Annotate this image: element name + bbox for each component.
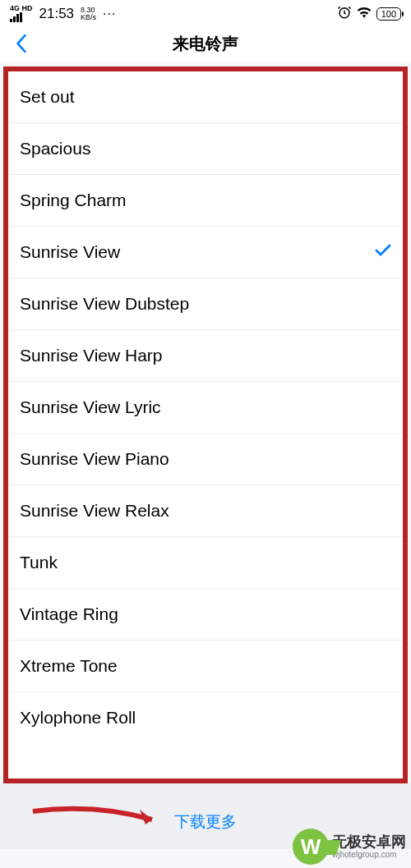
status-right: 100 [337, 5, 401, 22]
battery-indicator: 100 [376, 7, 401, 21]
watermark-text: 无极安卓网 wjhotelgroup.com [332, 834, 406, 860]
list-item[interactable]: Tunk [8, 537, 403, 589]
back-button[interactable] [10, 32, 33, 55]
status-left: 4G HD 21:53 8.30 KB/s ··· [10, 5, 116, 22]
list-item[interactable]: Vintage Ring [8, 589, 403, 641]
ringtone-list[interactable]: Set outSpaciousSpring CharmSunrise ViewS… [8, 71, 403, 743]
list-item[interactable]: Set out [8, 71, 403, 123]
ringtone-label: Sunrise View Lyric [20, 397, 161, 417]
ringtone-label: Spacious [20, 139, 90, 158]
ringtone-label: Vintage Ring [20, 604, 118, 624]
list-item[interactable]: Sunrise View Harp [8, 330, 403, 382]
status-time: 21:53 [39, 6, 75, 22]
menu-dots-icon: ··· [103, 7, 116, 21]
ringtone-label: Sunrise View [20, 242, 120, 262]
list-item[interactable]: Sunrise View Piano [8, 434, 403, 485]
wifi-icon [357, 7, 372, 21]
watermark: W 无极安卓网 wjhotelgroup.com [293, 829, 406, 865]
list-item[interactable]: Spring Charm [8, 175, 403, 227]
signal-label: 4G HD [10, 5, 33, 12]
list-item[interactable]: Sunrise View [8, 227, 403, 278]
ringtone-label: Xylophone Roll [20, 708, 136, 728]
list-item[interactable]: Sunrise View Relax [8, 485, 403, 537]
chevron-left-icon [16, 34, 27, 53]
ringtone-label: Xtreme Tone [20, 656, 118, 676]
list-item[interactable]: Xtreme Tone [8, 641, 403, 692]
ringtone-label: Sunrise View Piano [20, 449, 169, 469]
status-bar: 4G HD 21:53 8.30 KB/s ··· 100 [0, 0, 411, 24]
annotation-arrow [29, 795, 169, 838]
list-item[interactable]: Sunrise View Dubstep [8, 278, 403, 330]
battery-level: 100 [381, 9, 396, 19]
watermark-sub: wjhotelgroup.com [332, 850, 406, 859]
check-icon [375, 244, 391, 260]
watermark-logo-letter: W [301, 834, 321, 860]
ringtone-label: Sunrise View Harp [20, 346, 163, 365]
ringtone-label: Sunrise View Relax [20, 501, 169, 521]
alarm-icon [337, 5, 352, 22]
nav-bar: 来电铃声 [0, 24, 411, 63]
network-speed: 8.30 KB/s [81, 7, 96, 21]
signal-indicator: 4G HD [10, 5, 33, 22]
page-title: 来电铃声 [173, 33, 238, 55]
list-item[interactable]: Spacious [8, 123, 403, 175]
list-item[interactable]: Sunrise View Lyric [8, 382, 403, 434]
ringtone-label: Set out [20, 87, 75, 107]
annotation-highlight-box: Set outSpaciousSpring CharmSunrise ViewS… [3, 67, 408, 783]
ringtone-label: Sunrise View Dubstep [20, 294, 189, 314]
download-more-link[interactable]: 下载更多 [174, 800, 237, 833]
list-item[interactable]: Xylophone Roll [8, 692, 403, 743]
signal-bars-icon [10, 12, 22, 22]
watermark-logo: W [293, 829, 329, 865]
ringtone-label: Spring Charm [20, 191, 127, 210]
ringtone-label: Tunk [20, 553, 58, 572]
watermark-main: 无极安卓网 [332, 834, 406, 851]
speed-unit: KB/s [81, 14, 96, 21]
